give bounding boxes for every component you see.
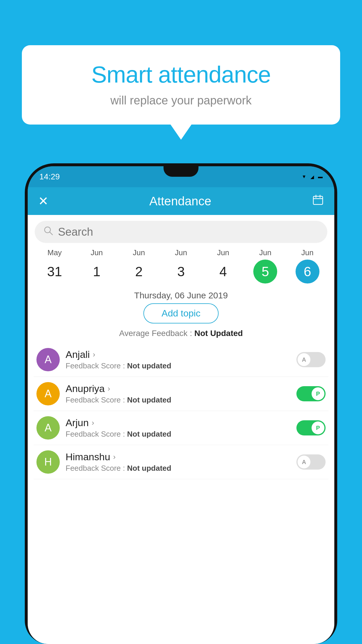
- cal-month-label: Jun: [133, 248, 145, 257]
- cal-date-number: 4: [211, 260, 235, 284]
- attendance-toggle[interactable]: A: [296, 454, 326, 470]
- cal-date-number: 31: [43, 260, 66, 284]
- student-feedback: Feedback Score : Not updated: [66, 396, 291, 405]
- bubble-subtitle: will replace your paperwork: [39, 94, 323, 107]
- chevron-icon: ›: [93, 350, 95, 359]
- calendar-day[interactable]: Jun4: [202, 248, 244, 284]
- student-name: Anjali ›: [66, 349, 291, 360]
- calendar-day[interactable]: Jun5: [244, 248, 287, 284]
- feedback-value: Not Updated: [194, 329, 243, 338]
- speech-bubble-container: Smart attendance will replace your paper…: [22, 45, 340, 125]
- status-icons: ▼ ◢ ▬: [302, 174, 323, 180]
- bubble-title: Smart attendance: [39, 61, 323, 88]
- selected-date-label: Thursday, 06 June 2019: [28, 286, 334, 303]
- student-feedback: Feedback Score : Not updated: [66, 430, 291, 439]
- avatar: H: [36, 450, 60, 474]
- cal-date-number: 5: [253, 260, 277, 284]
- student-item[interactable]: AAnjali ›Feedback Score : Not updatedA: [34, 343, 328, 377]
- search-input[interactable]: [58, 226, 319, 238]
- cal-date-number: 1: [85, 260, 109, 284]
- average-feedback: Average Feedback : Not Updated: [28, 329, 334, 338]
- cal-date-number: 2: [127, 260, 151, 284]
- calendar-day[interactable]: Jun6: [286, 248, 328, 284]
- notch: [164, 166, 198, 177]
- student-item[interactable]: HHimanshu ›Feedback Score : Not updatedA: [34, 445, 328, 479]
- cal-month-label: Jun: [259, 248, 271, 257]
- cal-month-label: Jun: [301, 248, 314, 257]
- student-list: AAnjali ›Feedback Score : Not updatedAAA…: [28, 343, 334, 479]
- avatar: A: [36, 416, 60, 440]
- speech-bubble: Smart attendance will replace your paper…: [22, 45, 340, 125]
- wifi-icon: ▼: [302, 174, 306, 179]
- status-time: 14:29: [39, 172, 60, 181]
- signal-icon: ◢: [310, 174, 314, 180]
- calendar-strip: May31Jun1Jun2Jun3Jun4Jun5Jun6: [28, 243, 334, 286]
- toggle-knob: A: [298, 456, 310, 468]
- cal-month-label: May: [48, 248, 62, 257]
- student-feedback: Feedback Score : Not updated: [66, 361, 291, 370]
- student-name: Himanshu ›: [66, 451, 291, 463]
- svg-line-5: [50, 232, 52, 235]
- search-icon: [43, 226, 53, 238]
- calendar-day[interactable]: Jun3: [160, 248, 202, 284]
- student-name: Anupriya ›: [66, 383, 291, 394]
- top-bar: ✕ Attendance: [28, 187, 334, 215]
- student-name: Arjun ›: [66, 417, 291, 428]
- attendance-toggle[interactable]: A: [296, 352, 326, 367]
- toggle-knob: A: [298, 353, 310, 366]
- svg-rect-0: [313, 196, 323, 204]
- chevron-icon: ›: [92, 418, 94, 427]
- chevron-icon: ›: [113, 452, 116, 461]
- phone-frame: 14:29 ▼ ◢ ▬ ✕ Attendance: [25, 163, 337, 644]
- phone-content: May31Jun1Jun2Jun3Jun4Jun5Jun6 Thursday, …: [28, 215, 334, 644]
- avatar: A: [36, 348, 60, 371]
- screen-title: Attendance: [149, 194, 211, 208]
- student-info: Arjun ›Feedback Score : Not updated: [66, 417, 291, 439]
- cal-month-label: Jun: [217, 248, 229, 257]
- avatar: A: [36, 382, 60, 405]
- add-topic-button[interactable]: Add topic: [143, 303, 218, 323]
- cal-date-number: 6: [296, 260, 319, 284]
- attendance-toggle[interactable]: P: [296, 386, 326, 401]
- chevron-icon: ›: [108, 384, 110, 393]
- student-info: Anjali ›Feedback Score : Not updated: [66, 349, 291, 370]
- toggle-knob: P: [312, 421, 324, 434]
- status-bar: 14:29 ▼ ◢ ▬: [28, 166, 334, 187]
- cal-date-number: 3: [169, 260, 193, 284]
- attendance-toggle[interactable]: P: [296, 420, 326, 435]
- feedback-label: Average Feedback :: [119, 329, 194, 338]
- calendar-icon[interactable]: [312, 194, 324, 208]
- cal-month-label: Jun: [175, 248, 187, 257]
- student-feedback: Feedback Score : Not updated: [66, 464, 291, 473]
- calendar-day[interactable]: Jun2: [118, 248, 160, 284]
- search-bar[interactable]: [35, 221, 327, 243]
- phone-inner: 14:29 ▼ ◢ ▬ ✕ Attendance: [28, 166, 334, 644]
- close-button[interactable]: ✕: [38, 194, 48, 208]
- battery-icon: ▬: [318, 174, 323, 179]
- cal-month-label: Jun: [91, 248, 103, 257]
- calendar-day[interactable]: Jun1: [76, 248, 118, 284]
- calendar-day[interactable]: May31: [34, 248, 76, 284]
- student-info: Anupriya ›Feedback Score : Not updated: [66, 383, 291, 405]
- student-item[interactable]: AArjun ›Feedback Score : Not updatedP: [34, 411, 328, 445]
- toggle-knob: P: [312, 387, 324, 400]
- student-info: Himanshu ›Feedback Score : Not updated: [66, 451, 291, 473]
- student-item[interactable]: AAnupriya ›Feedback Score : Not updatedP: [34, 377, 328, 411]
